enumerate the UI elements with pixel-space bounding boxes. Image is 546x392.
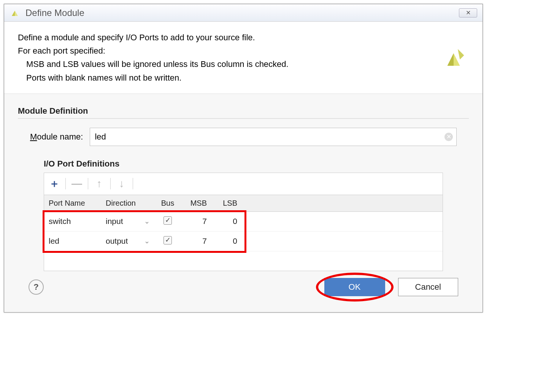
cancel-button[interactable]: Cancel xyxy=(398,278,458,296)
remove-row-button[interactable]: — xyxy=(70,177,83,190)
msb-cell[interactable]: 7 xyxy=(181,211,211,231)
section-divider xyxy=(18,118,469,119)
msb-cell[interactable]: 7 xyxy=(181,231,211,251)
direction-cell[interactable]: input ⌄ xyxy=(101,211,154,231)
arrow-down-icon: ↓ xyxy=(119,178,124,190)
col-spacer xyxy=(242,195,443,212)
col-port-name: Port Name xyxy=(44,195,101,212)
desc-line1: Define a module and specify I/O Ports to… xyxy=(18,31,438,44)
svg-marker-4 xyxy=(458,49,464,60)
desc-line2: For each port specified: xyxy=(18,44,438,57)
section-title: Module Definition xyxy=(10,106,476,116)
help-button[interactable]: ? xyxy=(29,279,44,295)
svg-marker-2 xyxy=(448,53,454,66)
table-row-empty[interactable] xyxy=(44,251,443,271)
io-ports-title: I/O Port Definitions xyxy=(10,159,476,169)
table-row[interactable]: led output ⌄ 7 0 xyxy=(44,231,443,251)
svg-marker-1 xyxy=(15,11,18,16)
svg-marker-3 xyxy=(454,53,460,66)
col-direction: Direction xyxy=(101,195,154,212)
help-icon: ? xyxy=(33,282,38,292)
module-name-input[interactable] xyxy=(90,128,457,146)
table-row[interactable]: switch input ⌄ 7 0 xyxy=(44,211,443,231)
desc-line4: Ports with blank names will not be writt… xyxy=(26,71,438,84)
col-lsb: LSB xyxy=(211,195,242,212)
dialog-title: Define Module xyxy=(25,8,84,18)
bus-cell[interactable] xyxy=(154,211,181,231)
move-down-button[interactable]: ↓ xyxy=(115,177,128,190)
lsb-cell[interactable]: 0 xyxy=(211,211,242,231)
module-name-row: Module name: ✕ xyxy=(10,128,476,146)
header-section: Define a module and specify I/O Ports to… xyxy=(4,22,483,94)
body-section: Module Definition Module name: ✕ I/O Por… xyxy=(4,94,483,313)
bus-checkbox[interactable] xyxy=(163,236,172,244)
move-up-button[interactable]: ↑ xyxy=(93,177,106,190)
app-icon xyxy=(10,8,20,18)
header-text: Define a module and specify I/O Ports to… xyxy=(18,31,438,84)
bus-cell[interactable] xyxy=(154,231,181,251)
direction-cell[interactable]: output ⌄ xyxy=(101,231,154,251)
table-toolbar: ＋ — ↑ ↓ xyxy=(44,173,443,195)
col-msb: MSB xyxy=(181,195,211,212)
arrow-up-icon: ↑ xyxy=(97,178,102,190)
minus-icon: — xyxy=(71,178,82,190)
lsb-cell[interactable]: 0 xyxy=(211,231,242,251)
port-name-cell[interactable]: switch xyxy=(44,211,101,231)
plus-icon: ＋ xyxy=(49,176,60,191)
module-name-label: Module name: xyxy=(30,132,83,142)
desc-line3: MSB and LSB values will be ignored unles… xyxy=(26,57,438,71)
io-ports-table: Port Name Direction Bus MSB LSB switch i… xyxy=(44,195,443,271)
define-module-dialog: Define Module ✕ Define a module and spec… xyxy=(4,4,483,313)
footer: ? OK Cancel xyxy=(10,271,476,303)
ok-button[interactable]: OK xyxy=(324,278,385,296)
vivado-logo-icon xyxy=(438,31,469,84)
col-bus: Bus xyxy=(154,195,181,212)
chevron-down-icon: ⌄ xyxy=(144,237,150,245)
svg-marker-0 xyxy=(12,11,15,16)
bus-checkbox[interactable] xyxy=(163,216,172,225)
close-icon: ✕ xyxy=(466,9,471,16)
add-row-button[interactable]: ＋ xyxy=(48,177,61,190)
io-ports-table-wrap: ＋ — ↑ ↓ Port Name Direction Bus MSB LSB xyxy=(44,173,443,271)
close-button[interactable]: ✕ xyxy=(459,8,477,17)
chevron-down-icon: ⌄ xyxy=(144,217,150,225)
clear-input-icon[interactable]: ✕ xyxy=(444,133,453,141)
titlebar: Define Module ✕ xyxy=(4,4,483,22)
port-name-cell[interactable]: led xyxy=(44,231,101,251)
